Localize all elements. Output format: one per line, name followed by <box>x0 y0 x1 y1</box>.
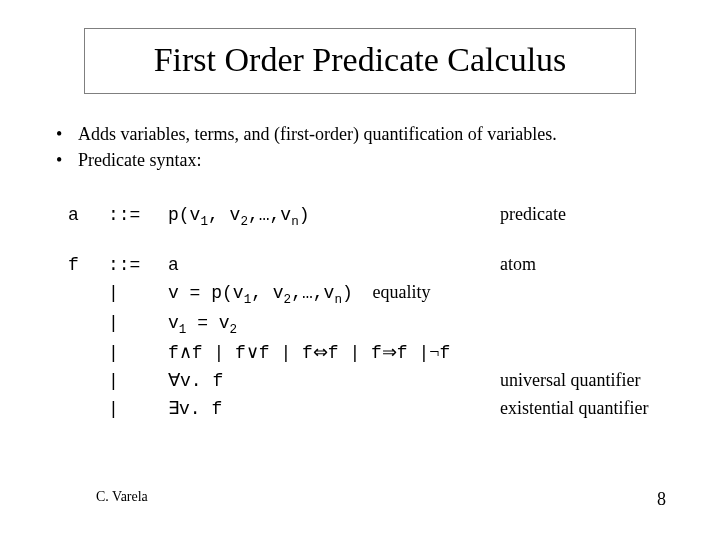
bullet-dot: • <box>56 122 78 146</box>
prod-text: f | f <box>328 343 382 363</box>
production-exists: ∃v. f <box>168 395 500 423</box>
op-define: ::= <box>108 202 168 229</box>
iff-icon: ⇔ <box>313 342 328 362</box>
op-alt: | <box>108 396 168 423</box>
footer: C. Varela 8 <box>0 489 720 510</box>
prod-text: , v <box>251 283 283 303</box>
prod-text: v. f <box>180 371 223 391</box>
note-equality: equality <box>373 282 431 302</box>
bullet-list: • Adds variables, terms, and (first-orde… <box>56 122 680 173</box>
production-forall: ∀v. f <box>168 367 500 395</box>
production-equality: v = p(v1, v2,…,vn) equality <box>168 279 500 309</box>
subscript: 2 <box>230 322 238 336</box>
not-icon: ¬ <box>429 342 439 362</box>
spacer <box>68 231 680 251</box>
grammar-row-f-atom: f ::= a atom <box>68 251 680 279</box>
nonterminal-f: f <box>68 252 108 279</box>
title-box: First Order Predicate Calculus <box>84 28 636 94</box>
grammar-row-f-forall: | ∀v. f universal quantifier <box>68 367 680 395</box>
op-alt: | <box>108 368 168 395</box>
exists-icon: ∃ <box>168 398 179 418</box>
production-atom: a <box>168 252 500 279</box>
prod-text: ) <box>342 283 353 303</box>
bullet-text: Adds variables, terms, and (first-order)… <box>78 122 557 146</box>
grammar-row-f-connectives: | f∧f | f∨f | f⇔f | f⇒f |¬f <box>68 339 680 367</box>
page-title: First Order Predicate Calculus <box>105 41 615 79</box>
grammar-row-f-exists: | ∃v. f existential quantifier <box>68 395 680 423</box>
subscript: n <box>334 293 342 307</box>
nonterminal-a: a <box>68 202 108 229</box>
prod-text: f | f <box>192 343 246 363</box>
note-predicate: predicate <box>500 201 680 228</box>
note-universal: universal quantifier <box>500 367 680 394</box>
prod-text: ) <box>299 205 310 225</box>
or-icon: ∨ <box>246 342 259 362</box>
subscript: n <box>291 214 299 228</box>
bullet-item: • Adds variables, terms, and (first-orde… <box>56 122 680 146</box>
prod-text: = v <box>186 313 229 333</box>
implies-icon: ⇒ <box>382 342 397 362</box>
op-alt: | <box>108 280 168 307</box>
grammar-row-f-eq2: | v1 = v2 <box>68 310 680 339</box>
grammar-row-a: a ::= p(v1, v2,…,vn) predicate <box>68 201 680 231</box>
note-inline: equality <box>364 282 431 302</box>
footer-author: C. Varela <box>96 489 148 510</box>
prod-text: f | f <box>259 343 313 363</box>
production-connectives: f∧f | f∨f | f⇔f | f⇒f |¬f <box>168 339 500 367</box>
note-existential: existential quantifier <box>500 395 680 422</box>
production-a: p(v1, v2,…,vn) <box>168 202 500 231</box>
footer-page-number: 8 <box>657 489 666 510</box>
bullet-item: • Predicate syntax: <box>56 148 680 172</box>
prod-text: ,…,v <box>291 283 334 303</box>
prod-text: f <box>168 343 179 363</box>
op-alt: | <box>108 310 168 337</box>
prod-text: ,…,v <box>248 205 291 225</box>
bullet-dot: • <box>56 148 78 172</box>
forall-icon: ∀ <box>168 370 180 390</box>
note-atom: atom <box>500 251 680 278</box>
slide: First Order Predicate Calculus • Adds va… <box>0 0 720 540</box>
and-icon: ∧ <box>179 342 192 362</box>
prod-text: f | <box>397 343 429 363</box>
prod-text: f <box>439 343 450 363</box>
prod-text: v <box>168 313 179 333</box>
subscript: 2 <box>240 214 248 228</box>
subscript: 1 <box>200 214 208 228</box>
op-define: ::= <box>108 252 168 279</box>
bullet-text: Predicate syntax: <box>78 148 201 172</box>
prod-text: v. f <box>179 399 222 419</box>
prod-text: p(v <box>168 205 200 225</box>
grammar-block: a ::= p(v1, v2,…,vn) predicate f ::= a a… <box>68 201 680 423</box>
prod-text: v = p(v <box>168 283 244 303</box>
op-alt: | <box>108 340 168 367</box>
prod-text: , v <box>208 205 240 225</box>
grammar-row-f-equality: | v = p(v1, v2,…,vn) equality <box>68 279 680 309</box>
production-eq2: v1 = v2 <box>168 310 500 339</box>
